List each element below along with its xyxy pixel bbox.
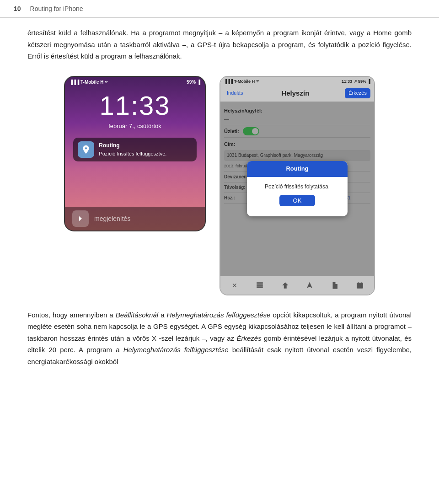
left-status-left: ▐▐▐ T-Mobile H ᯤ <box>70 79 109 86</box>
screenshots-row: ▐▐▐ T-Mobile H ᯤ 59% ▐ 11:33 február 7.,… <box>27 76 412 295</box>
svg-rect-3 <box>357 283 363 289</box>
tb-navigate-icon[interactable] <box>303 279 316 292</box>
paragraph-2: Fontos, hogy amennyiben a Beállításoknál… <box>27 309 412 368</box>
page-header: 10 Routing for iPhone <box>0 0 439 18</box>
slide-text: megjelenítés <box>94 214 130 224</box>
left-phone-date: február 7., csütörtök <box>108 122 161 131</box>
tb-doc-icon[interactable] <box>328 279 341 292</box>
tb-delete-icon[interactable]: ✕ <box>228 279 241 292</box>
dialog-box: Routing Pozíció frissítés folytatása. OK <box>247 161 348 216</box>
slide-icon <box>72 210 89 227</box>
phone-left-screen: ▐▐▐ T-Mobile H ᯤ 59% ▐ 11:33 február 7.,… <box>65 77 205 231</box>
main-content: értesítést küld a felhasználónak. Ha a p… <box>0 27 439 367</box>
right-bottom-toolbar: ✕ <box>220 276 374 295</box>
page-number: 10 <box>14 4 21 14</box>
right-phone-status-bar: ▐▐▐ T-Mobile H ᯤ 11:33 ↗ 59% ▐ <box>220 77 374 86</box>
left-bottom-bar: megjelenítés <box>65 207 205 231</box>
left-notification: Routing Pozíció frissítés felfüggesztve. <box>73 138 196 162</box>
left-phone-time: 11:33 <box>99 92 170 119</box>
dialog-title: Routing <box>247 161 348 177</box>
tb-calendar-icon[interactable] <box>353 279 366 292</box>
svg-rect-2 <box>257 286 263 288</box>
phone-left: ▐▐▐ T-Mobile H ᯤ 59% ▐ 11:33 február 7.,… <box>64 76 206 231</box>
right-status-right: 11:33 ↗ 59% ▐ <box>342 78 370 85</box>
routing-app-icon <box>78 141 94 158</box>
nav-left-btn[interactable]: Indulás <box>224 89 246 97</box>
dialog-ok-button[interactable]: OK <box>279 195 316 206</box>
right-nav-bar: Indulás Helyszín Érkezés <box>220 86 374 102</box>
dialog-body: Pozíció frissítés folytatása. OK <box>247 177 348 216</box>
left-status-right: 59% ▐ <box>187 79 200 86</box>
page-title: Routing for iPhone <box>30 4 83 14</box>
routing-icon <box>81 145 91 155</box>
notification-title: Routing <box>99 141 166 150</box>
svg-rect-1 <box>257 284 263 286</box>
notification-body: Pozíció frissítés felfüggesztve. <box>99 150 166 158</box>
nav-right-btn[interactable]: Érkezés <box>345 88 370 98</box>
paragraph-1: értesítést küld a felhasználónak. Ha a p… <box>27 27 412 62</box>
left-phone-status-bar: ▐▐▐ T-Mobile H ᯤ 59% ▐ <box>65 77 205 88</box>
dialog-overlay: Routing Pozíció frissítés folytatása. OK <box>220 102 374 276</box>
phone-right: ▐▐▐ T-Mobile H ᯤ 11:33 ↗ 59% ▐ Indulás H… <box>220 76 375 295</box>
right-content: Helyszín/ügyfél: — Üzleti: Cím: 1031 Bud… <box>220 102 374 276</box>
tb-table-icon[interactable] <box>253 279 266 292</box>
phone-right-screen: ▐▐▐ T-Mobile H ᯤ 11:33 ↗ 59% ▐ Indulás H… <box>220 77 374 295</box>
notification-text: Routing Pozíció frissítés felfüggesztve. <box>99 141 166 158</box>
nav-title: Helyszín <box>281 88 309 99</box>
bottom-paragraphs: Fontos, hogy amennyiben a Beállításoknál… <box>27 309 412 368</box>
right-status-left: ▐▐▐ T-Mobile H ᯤ <box>224 78 260 85</box>
svg-rect-0 <box>257 282 263 284</box>
tb-share-icon[interactable] <box>278 279 291 292</box>
arrow-right-icon <box>76 214 85 223</box>
